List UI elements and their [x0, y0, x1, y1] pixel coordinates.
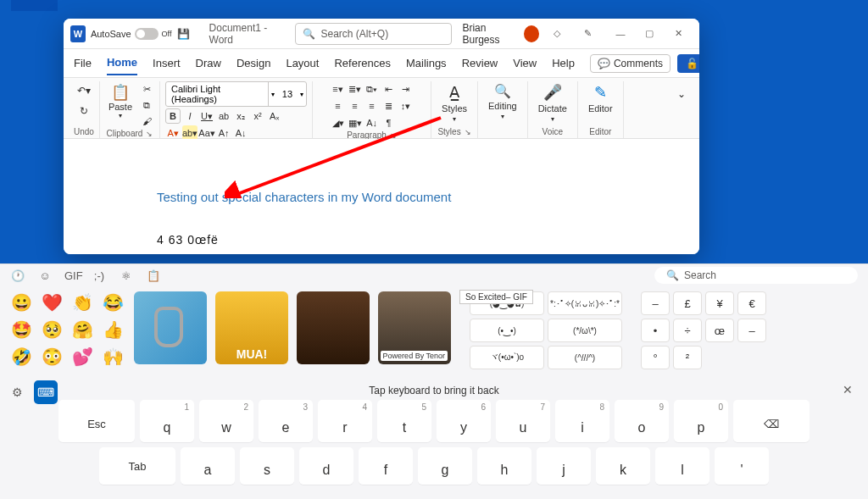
emoji-item[interactable]: 👍	[102, 319, 124, 341]
kaomoji-tab[interactable]: ;-)	[92, 269, 107, 282]
recent-icon[interactable]: 🕐	[10, 269, 25, 282]
kbd-close-button[interactable]: ✕	[843, 383, 853, 396]
sort-button[interactable]: A↓	[364, 115, 380, 130]
tab-mailings[interactable]: Mailings	[406, 52, 447, 75]
key-p[interactable]: 0p	[674, 400, 728, 442]
gif-item[interactable]	[297, 291, 370, 364]
key-h[interactable]: h	[477, 447, 531, 485]
key-s[interactable]: s	[240, 447, 294, 485]
gif-item[interactable]	[134, 291, 207, 364]
symbol-item[interactable]: ÷	[673, 319, 702, 342]
gif-item[interactable]: MUA!	[215, 291, 288, 364]
emoji-search-input[interactable]: 🔍 Search	[654, 267, 858, 284]
key-u[interactable]: 7u	[496, 400, 550, 442]
emoji-item[interactable]: 💕	[71, 346, 93, 368]
tab-home[interactable]: Home	[107, 51, 137, 75]
symbol-item[interactable]: €	[737, 291, 766, 315]
close-button[interactable]: ✕	[664, 20, 693, 47]
numbering-button[interactable]: ≣▾	[348, 81, 363, 97]
key-g[interactable]: g	[418, 447, 472, 485]
key-y[interactable]: 6y	[437, 400, 491, 442]
key-r[interactable]: 4r	[318, 400, 372, 442]
shading-button[interactable]: ◢▾	[331, 115, 346, 130]
diamond-icon[interactable]: ◇	[544, 20, 570, 47]
borders-button[interactable]: ▦▾	[348, 115, 363, 130]
tab-references[interactable]: References	[334, 52, 390, 75]
editing-button[interactable]: 🔍Editing▾	[483, 81, 522, 122]
symbol-item[interactable]: ²	[673, 346, 702, 369]
align-left-button[interactable]: ≡	[331, 98, 346, 114]
launcher-icon[interactable]: ↘	[465, 128, 471, 136]
symbol-item[interactable]: œ	[705, 319, 734, 342]
key-Esc[interactable]: Esc	[58, 400, 135, 442]
show-marks-button[interactable]: ¶	[381, 115, 397, 130]
key-o[interactable]: 9o	[615, 400, 669, 442]
emoji-tab[interactable]: ☺	[37, 269, 53, 282]
align-right-button[interactable]: ≡	[364, 98, 380, 114]
gif-item[interactable]: Powered By Tenor	[378, 291, 451, 364]
clipboard-tab[interactable]: 📋	[146, 269, 161, 282]
key-f[interactable]: f	[359, 447, 413, 485]
tab-review[interactable]: Review	[462, 52, 498, 75]
underline-button[interactable]: U▾	[199, 108, 214, 124]
clear-format-button[interactable]: Aₓ	[267, 108, 282, 124]
justify-button[interactable]: ≣	[381, 98, 397, 114]
symbol-item[interactable]: ¥	[705, 291, 734, 315]
tab-insert[interactable]: Insert	[153, 52, 181, 75]
bold-button[interactable]: B	[165, 108, 181, 124]
key-j[interactable]: j	[537, 447, 591, 485]
document-canvas[interactable]: Testing out special characters in my Wor…	[64, 139, 699, 254]
subscript-button[interactable]: x₂	[233, 108, 248, 124]
indent-inc-button[interactable]: ⇥	[398, 81, 414, 97]
key-i[interactable]: 8i	[555, 400, 609, 442]
align-center-button[interactable]: ≡	[348, 98, 363, 114]
spacing-button[interactable]: ↕▾	[398, 98, 414, 114]
tab-file[interactable]: File	[74, 52, 92, 75]
redo-button[interactable]: ↻	[75, 102, 93, 120]
tab-help[interactable]: Help	[552, 52, 575, 75]
key-k[interactable]: k	[596, 447, 650, 485]
save-icon[interactable]: 💾	[176, 26, 190, 42]
editor-button[interactable]: ✎Editor	[583, 81, 618, 115]
indent-dec-button[interactable]: ⇤	[381, 81, 397, 97]
emoji-item[interactable]: 😂	[102, 291, 124, 313]
emoji-item[interactable]: 🥺	[41, 319, 63, 341]
key-d[interactable]: d	[299, 447, 353, 485]
strike-button[interactable]: ab	[216, 108, 231, 124]
gif-tab[interactable]: GIF	[64, 269, 80, 282]
emoji-item[interactable]: 😳	[41, 346, 63, 368]
emoji-item[interactable]: 👏	[71, 291, 93, 313]
key-l[interactable]: l	[655, 447, 709, 485]
symbol-item[interactable]: •	[641, 319, 670, 342]
emoji-item[interactable]: 🤗	[71, 319, 93, 341]
superscript-button[interactable]: x²	[250, 108, 265, 124]
share-button[interactable]: 🔓 Share	[677, 54, 699, 73]
kaomoji-item[interactable]: (^///^)	[548, 346, 622, 369]
minimize-button[interactable]: —	[606, 20, 635, 47]
dictate-button[interactable]: 🎤Dictate▾	[533, 81, 572, 125]
kaomoji-item[interactable]: *:･ﾟ✧(ꈍᴗꈍ)✧･ﾟ:*	[548, 291, 622, 315]
cut-button[interactable]: ✂	[139, 81, 154, 97]
key-⌫[interactable]: ⌫	[733, 400, 810, 442]
pen-icon[interactable]: ✎	[576, 20, 601, 47]
font-selector[interactable]: Calibri Light (Headings)▾ 13▾	[165, 81, 307, 107]
launcher-icon[interactable]: ↘	[390, 131, 397, 140]
comments-button[interactable]: 💬 Comments	[590, 54, 670, 73]
maximize-button[interactable]: ▢	[635, 20, 664, 47]
tab-design[interactable]: Design	[236, 52, 270, 75]
key-e[interactable]: 3e	[259, 400, 313, 442]
key-t[interactable]: 5t	[377, 400, 431, 442]
collapse-ribbon-button[interactable]: ⌄	[672, 85, 691, 103]
key-a[interactable]: a	[181, 447, 235, 485]
symbol-item[interactable]: –	[737, 319, 766, 342]
tab-draw[interactable]: Draw	[196, 52, 221, 75]
emoji-item[interactable]: 🙌	[102, 346, 124, 368]
multilevel-button[interactable]: ⧉▾	[364, 81, 380, 97]
paste-button[interactable]: 📋 Paste ▾	[105, 81, 136, 121]
symbol-item[interactable]: £	[673, 291, 702, 315]
kaomoji-item[interactable]: ヾ(•ω•`)o	[470, 346, 544, 369]
emoji-item[interactable]: 😀	[10, 291, 32, 313]
key-'[interactable]: '	[715, 447, 769, 485]
emoji-item[interactable]: ❤️	[41, 291, 63, 313]
emoji-item[interactable]: 🤩	[10, 319, 32, 341]
